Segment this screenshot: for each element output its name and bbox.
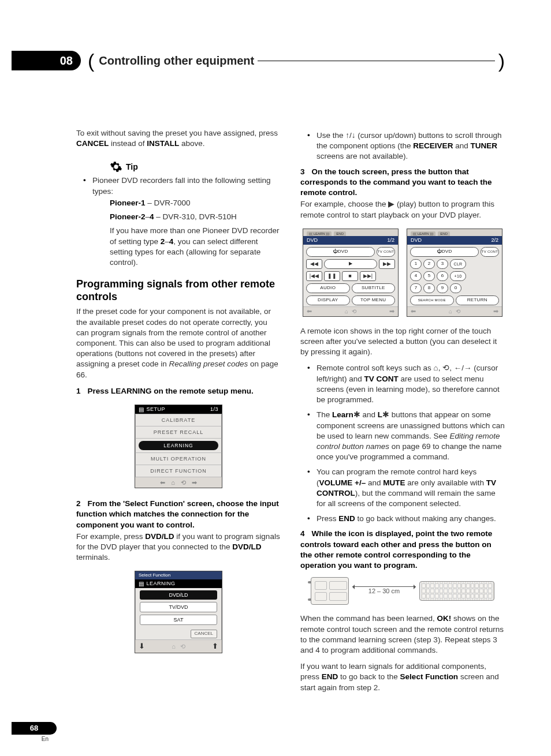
num-0: 0 [450,283,461,293]
bold: VOLUME +/– [319,478,366,487]
end-paragraph: If you want to learn signals for additio… [300,661,505,693]
menu-item-learning-wrap: LEARNING [135,438,222,452]
text: to go back to the [338,672,400,681]
bold-install: INSTALL [147,139,179,148]
num-8: 8 [423,283,435,293]
page-language: En [12,736,57,742]
home-icon: ⌂ [345,308,348,316]
setup-screen-title-bar: ▤ SETUP 1/3 [135,405,222,414]
screen-title: LEARNING [147,579,176,588]
text: When the command has been learned, [300,614,437,623]
text: DVD [338,249,348,255]
dvd1-panel: ⏻ DVDTV CONT ◀◀▶▶▶ |◀◀❚❚■▶▶| AUDIOSUBTIT… [303,245,398,306]
heading-programming: Programming signals from other remote co… [76,278,281,303]
cursor-right-icon: → [464,364,472,372]
dvd-screen-1: ((( LEARN )))END DVD1/2 ⏻ DVDTV CONT ◀◀▶… [303,229,399,317]
back-icon: ⟲ [181,478,186,487]
text: Remote control soft keys such as [317,364,434,372]
dvd-power-button: ⏻ DVD [306,247,375,257]
mode-label: DVD [307,237,318,244]
menu-item-learning: LEARNING [139,441,218,450]
bold: 4 [150,212,154,221]
text: and [366,478,383,487]
paren-right-icon: ) [498,51,505,70]
step-number: 1 [76,387,81,395]
home-icon: ⌂ [434,364,438,372]
step-2-body: For example, press DVD/LD if you want to… [76,532,281,563]
chapter-header: 08 ( Controlling other equipment ) [12,51,505,70]
cancel-row: CANCEL [135,627,222,639]
text: DVD [442,249,452,255]
mode-label: DVD [411,237,422,244]
play-icon: ▶ [388,200,394,208]
step-number: 3 [300,167,305,176]
num-5: 5 [423,271,435,281]
paren-left-icon: ( [88,51,94,70]
chapter-title-wrap: ( Controlling other equipment ) [88,51,505,70]
text: are only available with [405,478,486,487]
arrow-left-icon: ⬅ [307,307,312,316]
page: 08 ( Controlling other equipment ) To ex… [0,0,551,756]
learn-tab: ((( LEARN ))) [411,231,435,236]
other-remote-illustration [419,581,494,601]
tv-cont-button: TV CONT [377,247,395,257]
num-9: 9 [437,283,448,293]
text: For example, press [76,532,145,541]
step-4-heading: 4While the icon is displayed, point the … [300,529,505,571]
text: – DVR-7000 [146,199,191,207]
num-plus10: +10 [450,271,466,281]
setup-screen-illustration: ▤ SETUP 1/3 CALIBRATE PRESET RECALL LEAR… [135,405,222,488]
screen-footer: ⬇ ⌂⟲ ⬆ [135,639,222,653]
text: terminals. [76,553,110,562]
cursor-up-icon: ↑ [345,131,349,140]
search-mode-button: SEARCH MODE [410,295,454,305]
text: Pioneer DVD recorders fall into the foll… [92,176,270,195]
bold: Learn [332,410,353,419]
arrow-up-bold-icon: ⬆ [212,641,218,652]
dvd-screens: ((( LEARN )))END DVD1/2 ⏻ DVDTV CONT ◀◀▶… [303,229,502,317]
return-button: RETURN [456,295,500,305]
text: To exit without saving the preset you ha… [76,129,278,137]
title-divider [258,61,494,61]
italic: Recalling preset codes [169,360,248,368]
bullet-learn-buttons: The Learn✱ and L✱ buttons that appear on… [311,410,505,462]
bold: Pioneer-2 [110,212,146,221]
bold: END [322,672,338,681]
text: – [146,212,150,221]
bold-cancel: CANCEL [76,139,109,148]
audio-button: AUDIO [306,283,350,293]
cursor-left-icon: ← [454,364,462,372]
page-label: 2/2 [491,237,498,244]
bold: RECEIVER [413,141,453,150]
bold: DVD/LD [145,532,174,541]
stop-icon: ■ [342,271,358,281]
num-2: 2 [423,259,435,269]
step-text: From the 'Select Function' screen, choos… [76,499,279,529]
step-1-heading: 1Press LEARNING on the remote setup menu… [76,386,281,396]
remote-icon: ▤ [139,579,144,588]
learning-title-bar: ▤ LEARNING [135,579,222,588]
remote-icon: ▤ [139,405,144,414]
distance-label: 12 – 30 cm [368,587,400,596]
chapter-title: Controlling other equipment [99,54,254,68]
dvd-power-button: ⏻ DVD [410,247,479,257]
step-number: 2 [76,499,81,508]
arrow-left-icon: ⬅ [160,478,165,487]
tip-sublist: Pioneer-1 – DVR-7000 Pioneer-2–4 – DVR-3… [92,198,281,268]
bold: TV CONT [364,375,399,383]
bullet-softkeys: Remote control soft keys such as ⌂, ⟲, ←… [311,363,505,405]
subtitle-button: SUBTITLE [352,283,396,293]
num-3: 3 [437,259,448,269]
bold: TUNER [470,141,497,150]
chapter-number-badge: 08 [12,51,81,70]
tip-label: Tip [126,162,138,173]
end-tab: END [334,231,346,236]
content-columns: To exit without saving the preset you ha… [12,128,505,699]
screen-title: SETUP [147,405,166,414]
num-7: 7 [410,283,422,293]
dvd-tabs: ((( LEARN )))END [303,229,398,236]
text: – DVR-310, DVR-510H [154,212,237,221]
right-column: Use the ↑/↓ (cursor up/down) buttons to … [300,128,505,699]
back-icon: ⟲ [180,642,185,651]
cursor-down-icon: ↓ [352,131,356,140]
